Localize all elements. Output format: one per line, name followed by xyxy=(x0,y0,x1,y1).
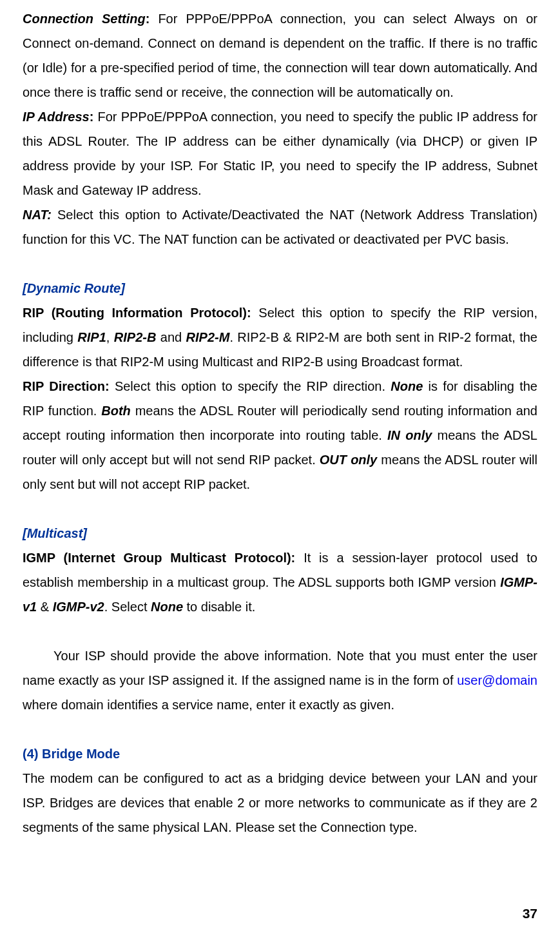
text-ripdir-1: Select this option to specify the RIP di… xyxy=(110,379,391,393)
paragraph-ip-address: IP Address: For PPPoE/PPPoA connection, … xyxy=(23,104,537,202)
paragraph-rip: RIP (Routing Information Protocol): Sele… xyxy=(23,300,537,374)
label-dynamic-route: [Dynamic Route] xyxy=(23,281,125,295)
none: None xyxy=(391,379,423,393)
igmp-none: None xyxy=(151,600,183,614)
text-igmp-3: to disable it. xyxy=(183,600,255,614)
text-igmp-2: . Select xyxy=(104,600,151,614)
label-igmp: IGMP (Internet Group Multicast Protocol)… xyxy=(23,551,295,565)
label-rip-direction: RIP Direction: xyxy=(23,379,110,393)
label-rip: RIP (Routing Information Protocol): xyxy=(23,306,251,320)
text-nat: Select this option to Activate/Deactivat… xyxy=(23,208,537,246)
text-isp-2: where domain identifies a service name, … xyxy=(23,698,394,712)
paragraph-isp-note: Your ISP should provide the above inform… xyxy=(23,643,537,717)
both: Both xyxy=(101,404,131,418)
igmp-v2: IGMP-v2 xyxy=(53,600,104,614)
rip2m: RIP2-M xyxy=(186,330,230,344)
out-only: OUT only xyxy=(320,453,377,467)
user-domain-link[interactable]: user@domain xyxy=(457,673,537,687)
label-nat: NAT: xyxy=(23,208,52,222)
rip2b: RIP2-B xyxy=(114,330,157,344)
text-ip-address: For PPPoE/PPPoA connection, you need to … xyxy=(23,110,537,197)
document-content: Connection Setting: For PPPoE/PPPoA conn… xyxy=(23,6,537,840)
text-bridge-mode: The modem can be configured to act as a … xyxy=(23,771,537,834)
heading-multicast: [Multicast] xyxy=(23,521,537,545)
label-connection-setting: Connection Setting xyxy=(23,12,146,26)
paragraph-bridge-mode: The modem can be configured to act as a … xyxy=(23,766,537,840)
amp: & xyxy=(37,600,52,614)
label-bridge-mode: (4) Bridge Mode xyxy=(23,747,120,761)
label-ip-address: IP Address xyxy=(23,110,90,124)
paragraph-nat: NAT: Select this option to Activate/Deac… xyxy=(23,202,537,251)
comma: , xyxy=(106,330,114,344)
and: and xyxy=(156,330,186,344)
paragraph-rip-direction: RIP Direction: Select this option to spe… xyxy=(23,374,537,496)
paragraph-igmp: IGMP (Internet Group Multicast Protocol)… xyxy=(23,545,537,619)
heading-dynamic-route: [Dynamic Route] xyxy=(23,276,537,300)
label-multicast: [Multicast] xyxy=(23,526,87,540)
page-number: 37 xyxy=(523,906,537,921)
rip1: RIP1 xyxy=(77,330,106,344)
in-only: IN only xyxy=(387,428,432,442)
heading-bridge-mode: (4) Bridge Mode xyxy=(23,741,537,766)
paragraph-connection-setting: Connection Setting: For PPPoE/PPPoA conn… xyxy=(23,6,537,104)
